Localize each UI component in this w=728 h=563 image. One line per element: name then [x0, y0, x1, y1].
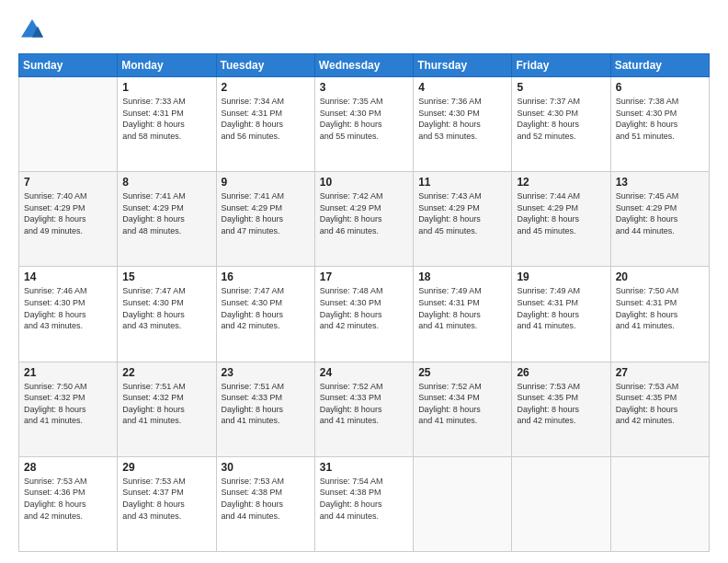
calendar-cell: 8Sunrise: 7:41 AM Sunset: 4:29 PM Daylig… — [118, 172, 216, 267]
calendar-cell: 22Sunrise: 7:51 AM Sunset: 4:32 PM Dayli… — [118, 362, 216, 456]
day-number: 27 — [616, 366, 704, 379]
cell-info: Sunrise: 7:53 AM Sunset: 4:37 PM Dayligh… — [122, 476, 210, 522]
calendar-week-row: 1Sunrise: 7:33 AM Sunset: 4:31 PM Daylig… — [19, 77, 710, 172]
day-number: 21 — [24, 366, 112, 379]
calendar-cell — [19, 77, 118, 172]
cell-info: Sunrise: 7:41 AM Sunset: 4:29 PM Dayligh… — [122, 190, 210, 236]
calendar-cell: 10Sunrise: 7:42 AM Sunset: 4:29 PM Dayli… — [314, 172, 413, 267]
calendar-cell: 23Sunrise: 7:51 AM Sunset: 4:33 PM Dayli… — [216, 362, 314, 456]
calendar-cell: 16Sunrise: 7:47 AM Sunset: 4:30 PM Dayli… — [216, 267, 314, 362]
cell-info: Sunrise: 7:43 AM Sunset: 4:29 PM Dayligh… — [418, 190, 506, 236]
cell-info: Sunrise: 7:54 AM Sunset: 4:38 PM Dayligh… — [320, 476, 408, 522]
day-number: 31 — [320, 461, 408, 474]
day-number: 1 — [122, 81, 210, 94]
calendar-cell: 5Sunrise: 7:37 AM Sunset: 4:30 PM Daylig… — [512, 77, 610, 172]
cell-info: Sunrise: 7:42 AM Sunset: 4:29 PM Dayligh… — [320, 190, 408, 236]
day-number: 20 — [616, 270, 704, 283]
calendar-cell: 15Sunrise: 7:47 AM Sunset: 4:30 PM Dayli… — [118, 267, 216, 362]
calendar-cell: 20Sunrise: 7:50 AM Sunset: 4:31 PM Dayli… — [610, 267, 709, 362]
day-number: 13 — [616, 176, 704, 189]
cell-info: Sunrise: 7:37 AM Sunset: 4:30 PM Dayligh… — [517, 96, 605, 142]
calendar-cell: 9Sunrise: 7:41 AM Sunset: 4:29 PM Daylig… — [216, 172, 314, 267]
logo — [18, 17, 50, 44]
calendar-day-header: Tuesday — [216, 54, 314, 77]
day-number: 5 — [517, 81, 605, 94]
calendar-day-header: Sunday — [19, 54, 118, 77]
calendar-day-header: Monday — [118, 54, 216, 77]
logo-icon — [18, 17, 46, 44]
cell-info: Sunrise: 7:49 AM Sunset: 4:31 PM Dayligh… — [418, 285, 506, 331]
cell-info: Sunrise: 7:51 AM Sunset: 4:33 PM Dayligh… — [222, 381, 310, 427]
day-number: 19 — [517, 270, 605, 283]
calendar-cell: 25Sunrise: 7:52 AM Sunset: 4:34 PM Dayli… — [414, 362, 512, 456]
calendar-cell: 24Sunrise: 7:52 AM Sunset: 4:33 PM Dayli… — [314, 362, 413, 456]
calendar-cell: 28Sunrise: 7:53 AM Sunset: 4:36 PM Dayli… — [19, 456, 118, 551]
cell-info: Sunrise: 7:49 AM Sunset: 4:31 PM Dayligh… — [517, 285, 605, 331]
calendar-cell — [414, 456, 512, 551]
cell-info: Sunrise: 7:52 AM Sunset: 4:33 PM Dayligh… — [320, 381, 408, 427]
day-number: 15 — [122, 270, 210, 283]
day-number: 11 — [418, 176, 506, 189]
cell-info: Sunrise: 7:38 AM Sunset: 4:30 PM Dayligh… — [616, 96, 704, 142]
calendar-cell: 17Sunrise: 7:48 AM Sunset: 4:30 PM Dayli… — [314, 267, 413, 362]
calendar-day-header: Saturday — [610, 54, 709, 77]
cell-info: Sunrise: 7:53 AM Sunset: 4:38 PM Dayligh… — [222, 476, 310, 522]
cell-info: Sunrise: 7:40 AM Sunset: 4:29 PM Dayligh… — [24, 190, 112, 236]
calendar-cell: 4Sunrise: 7:36 AM Sunset: 4:30 PM Daylig… — [414, 77, 512, 172]
day-number: 25 — [418, 366, 506, 379]
calendar-cell: 27Sunrise: 7:53 AM Sunset: 4:35 PM Dayli… — [610, 362, 709, 456]
cell-info: Sunrise: 7:46 AM Sunset: 4:30 PM Dayligh… — [24, 285, 112, 331]
cell-info: Sunrise: 7:35 AM Sunset: 4:30 PM Dayligh… — [320, 96, 408, 142]
calendar-cell — [512, 456, 610, 551]
day-number: 18 — [418, 270, 506, 283]
cell-info: Sunrise: 7:53 AM Sunset: 4:35 PM Dayligh… — [616, 381, 704, 427]
cell-info: Sunrise: 7:45 AM Sunset: 4:29 PM Dayligh… — [616, 190, 704, 236]
cell-info: Sunrise: 7:50 AM Sunset: 4:32 PM Dayligh… — [24, 381, 112, 427]
calendar-cell: 7Sunrise: 7:40 AM Sunset: 4:29 PM Daylig… — [19, 172, 118, 267]
calendar-week-row: 28Sunrise: 7:53 AM Sunset: 4:36 PM Dayli… — [19, 456, 710, 551]
day-number: 8 — [122, 176, 210, 189]
day-number: 6 — [616, 81, 704, 94]
calendar-cell — [610, 456, 709, 551]
day-number: 4 — [418, 81, 506, 94]
cell-info: Sunrise: 7:36 AM Sunset: 4:30 PM Dayligh… — [418, 96, 506, 142]
day-number: 17 — [320, 270, 408, 283]
calendar-day-header: Wednesday — [314, 54, 413, 77]
calendar-cell: 18Sunrise: 7:49 AM Sunset: 4:31 PM Dayli… — [414, 267, 512, 362]
calendar-week-row: 14Sunrise: 7:46 AM Sunset: 4:30 PM Dayli… — [19, 267, 710, 362]
cell-info: Sunrise: 7:53 AM Sunset: 4:35 PM Dayligh… — [517, 381, 605, 427]
calendar-cell: 31Sunrise: 7:54 AM Sunset: 4:38 PM Dayli… — [314, 456, 413, 551]
cell-info: Sunrise: 7:44 AM Sunset: 4:29 PM Dayligh… — [517, 190, 605, 236]
calendar-cell: 29Sunrise: 7:53 AM Sunset: 4:37 PM Dayli… — [118, 456, 216, 551]
calendar-day-header: Friday — [512, 54, 610, 77]
calendar-cell: 12Sunrise: 7:44 AM Sunset: 4:29 PM Dayli… — [512, 172, 610, 267]
cell-info: Sunrise: 7:52 AM Sunset: 4:34 PM Dayligh… — [418, 381, 506, 427]
calendar-header-row: SundayMondayTuesdayWednesdayThursdayFrid… — [19, 54, 710, 77]
cell-info: Sunrise: 7:53 AM Sunset: 4:36 PM Dayligh… — [24, 476, 112, 522]
day-number: 30 — [222, 461, 310, 474]
day-number: 12 — [517, 176, 605, 189]
calendar-cell: 6Sunrise: 7:38 AM Sunset: 4:30 PM Daylig… — [610, 77, 709, 172]
calendar-cell: 19Sunrise: 7:49 AM Sunset: 4:31 PM Dayli… — [512, 267, 610, 362]
day-number: 16 — [222, 270, 310, 283]
day-number: 14 — [24, 270, 112, 283]
calendar-cell: 1Sunrise: 7:33 AM Sunset: 4:31 PM Daylig… — [118, 77, 216, 172]
calendar-cell: 3Sunrise: 7:35 AM Sunset: 4:30 PM Daylig… — [314, 77, 413, 172]
calendar-cell: 11Sunrise: 7:43 AM Sunset: 4:29 PM Dayli… — [414, 172, 512, 267]
day-number: 10 — [320, 176, 408, 189]
day-number: 26 — [517, 366, 605, 379]
cell-info: Sunrise: 7:51 AM Sunset: 4:32 PM Dayligh… — [122, 381, 210, 427]
calendar-day-header: Thursday — [414, 54, 512, 77]
day-number: 2 — [222, 81, 310, 94]
page-header — [18, 17, 710, 44]
cell-info: Sunrise: 7:33 AM Sunset: 4:31 PM Dayligh… — [122, 96, 210, 142]
cell-info: Sunrise: 7:47 AM Sunset: 4:30 PM Dayligh… — [222, 285, 310, 331]
day-number: 9 — [222, 176, 310, 189]
day-number: 29 — [122, 461, 210, 474]
day-number: 7 — [24, 176, 112, 189]
cell-info: Sunrise: 7:34 AM Sunset: 4:31 PM Dayligh… — [222, 96, 310, 142]
day-number: 23 — [222, 366, 310, 379]
calendar-table: SundayMondayTuesdayWednesdayThursdayFrid… — [18, 53, 710, 552]
calendar-week-row: 21Sunrise: 7:50 AM Sunset: 4:32 PM Dayli… — [19, 362, 710, 456]
day-number: 22 — [122, 366, 210, 379]
